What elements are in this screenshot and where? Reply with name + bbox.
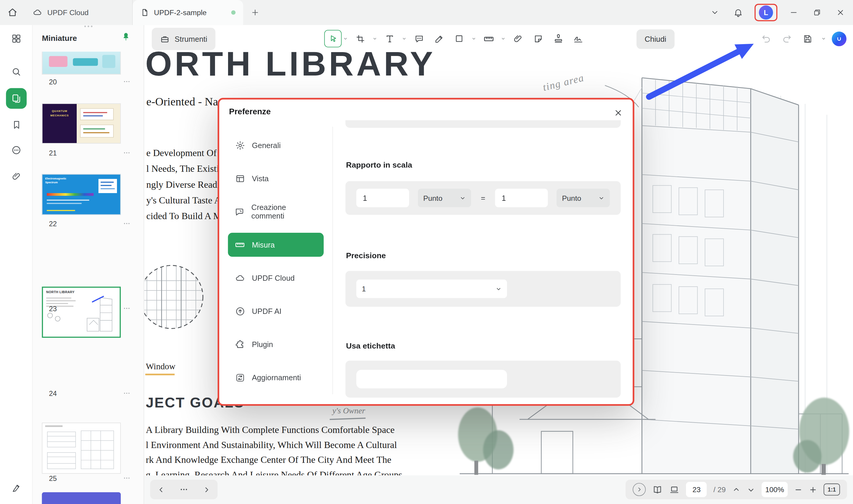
nav-item-updf-ai[interactable]: UPDF AI [228, 299, 324, 323]
screenshot-tool[interactable] [351, 29, 369, 48]
reader-mode-button[interactable] [653, 484, 663, 495]
cloud-icon [33, 8, 42, 17]
dialog-close-button[interactable] [610, 105, 626, 121]
redo-button[interactable] [778, 29, 795, 48]
close-tools-button[interactable]: Chiudi [637, 29, 674, 49]
page-thumbnail-26-partial[interactable] [42, 492, 121, 504]
nav-item-updf-cloud[interactable]: UPDF Cloud [228, 266, 324, 290]
window-caption: Window [146, 362, 175, 371]
nav-item-creazione-commenti[interactable]: Creazione commenti [228, 200, 324, 223]
new-tab-button[interactable] [246, 4, 264, 21]
text-icon [385, 34, 395, 44]
restore-button[interactable] [808, 3, 827, 22]
page-thumbnail-21[interactable]: QUANTUM MECHANICS [42, 103, 121, 144]
apps-grid-button[interactable] [6, 29, 26, 49]
screenshot-tool-dropdown[interactable] [371, 29, 379, 48]
scale-value-1-input[interactable] [356, 188, 409, 207]
tools-button[interactable]: Strumenti [152, 28, 215, 50]
next-page-arrow[interactable] [202, 485, 211, 493]
tab-updf-cloud[interactable]: UPDF Cloud [25, 0, 133, 25]
ink-signature-button[interactable] [6, 478, 26, 498]
nav-item-aggiornamenti[interactable]: Aggiornamenti [228, 365, 324, 390]
redo-icon [781, 34, 792, 44]
page-number-input[interactable] [686, 482, 707, 497]
panel-drag-handle[interactable] [33, 25, 144, 27]
thumbnails-panel-button[interactable] [6, 88, 26, 109]
toolbar-actions [758, 29, 847, 48]
measure-tool-dropdown[interactable] [499, 29, 507, 48]
previous-page-button[interactable] [732, 485, 741, 493]
updf-app-window: UPDF Cloud UPDF-2-sample L [0, 0, 853, 504]
chevron-down-icon [598, 195, 604, 201]
select-tool-active[interactable] [324, 30, 342, 48]
attachments-button[interactable] [6, 166, 26, 186]
page-more-button[interactable] [123, 390, 130, 397]
minimize-button[interactable] [785, 3, 803, 22]
search-button[interactable] [6, 61, 26, 82]
page-number: 20 [49, 77, 57, 86]
thumb-23-building-sketch [84, 292, 118, 334]
previous-page-arrow[interactable] [157, 485, 165, 493]
notifications-button[interactable] [729, 3, 747, 22]
page-more-menu[interactable] [179, 485, 188, 493]
expand-panel-button[interactable] [633, 483, 646, 496]
save-dropdown[interactable] [820, 29, 828, 48]
nav-item-generali[interactable]: Generali [228, 133, 324, 157]
page-more-button[interactable] [123, 149, 130, 157]
nav-item-misura-active[interactable]: Misura [228, 233, 324, 257]
bookmarks-button[interactable] [6, 114, 26, 135]
zoom-level[interactable]: 100% [762, 482, 787, 497]
scale-unit-1-dropdown[interactable]: Punto [418, 188, 471, 207]
signature-icon [573, 33, 584, 44]
nav-item-vista[interactable]: Vista [228, 166, 324, 191]
actual-size-button[interactable]: 1:1 [824, 484, 840, 496]
scale-unit-2-dropdown[interactable]: Punto [556, 188, 610, 207]
text-tool-dropdown[interactable] [401, 29, 408, 48]
page-more-button[interactable] [123, 78, 130, 86]
document-paragraph: A Library Building With Complete Functio… [146, 422, 402, 482]
page-thumbnail-20[interactable] [42, 52, 121, 74]
tab-updf-2-sample[interactable]: UPDF-2-sample [133, 0, 243, 25]
plus-icon [251, 8, 260, 17]
stamp-tool[interactable] [549, 29, 567, 48]
shapes-tool[interactable] [450, 29, 468, 48]
zoom-out-button[interactable] [794, 485, 803, 493]
slideshow-button[interactable] [669, 484, 680, 495]
nav-label: Misura [252, 240, 274, 249]
thumb-24-sketch [44, 429, 119, 473]
scale-value-2-input[interactable] [495, 188, 548, 207]
text-tool[interactable] [380, 29, 399, 48]
attach-file-tool[interactable] [509, 29, 527, 48]
sticker-tool[interactable] [529, 29, 547, 48]
label-text-input[interactable] [356, 370, 507, 388]
page-more-button[interactable] [123, 220, 130, 228]
cursor-icon [328, 34, 337, 43]
zoom-in-button[interactable] [809, 485, 817, 493]
page-more-button[interactable] [123, 305, 130, 312]
close-window-button[interactable] [831, 3, 850, 22]
updf-ai-button[interactable] [832, 31, 847, 46]
highlighter-tool[interactable] [430, 29, 448, 48]
page-more-button[interactable] [123, 474, 130, 482]
comment-tool[interactable] [410, 29, 428, 48]
collapse-toolbar-button[interactable] [706, 3, 724, 22]
avatar[interactable]: L [759, 5, 773, 20]
signature-tool[interactable] [569, 29, 587, 48]
page-thumbnail-24[interactable] [42, 422, 121, 474]
select-tool-dropdown[interactable] [341, 29, 349, 48]
page-number: 23 [49, 304, 57, 313]
measure-tool[interactable] [479, 29, 498, 48]
home-button[interactable] [0, 0, 25, 25]
dashed-circle-annotation[interactable] [144, 259, 212, 341]
undo-button[interactable] [758, 29, 774, 48]
page-thumbnail-22[interactable]: Electromagnetic Spectrum [42, 174, 121, 215]
shapes-tool-dropdown[interactable] [470, 29, 478, 48]
pin-icon[interactable] [121, 32, 130, 41]
nav-item-plugin[interactable]: Plugin [228, 332, 324, 356]
save-button[interactable] [799, 29, 815, 48]
titlebar: UPDF Cloud UPDF-2-sample L [0, 0, 853, 25]
precision-dropdown[interactable]: 1 [356, 280, 507, 298]
page-number: 21 [49, 149, 57, 157]
next-page-button[interactable] [747, 485, 755, 493]
comments-button[interactable] [6, 140, 26, 161]
